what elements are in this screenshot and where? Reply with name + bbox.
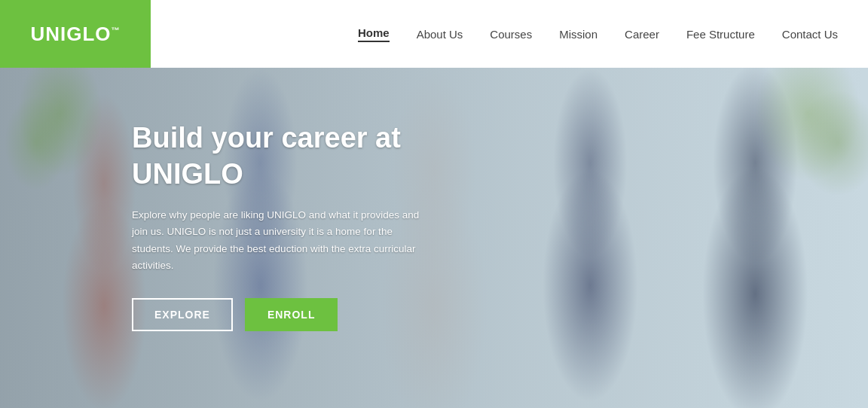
navbar: UNIGLO™ Home About Us Courses Mission Ca… <box>0 0 868 68</box>
nav-courses[interactable]: Courses <box>490 28 532 41</box>
tree-left-decoration <box>0 68 121 218</box>
explore-button[interactable]: EXPLORE <box>132 298 233 331</box>
nav-contact-us[interactable]: Contact Us <box>782 28 838 41</box>
nav-about-us[interactable]: About Us <box>417 28 463 41</box>
brand-logo: UNIGLO™ <box>30 23 120 46</box>
hero-subtitle: Explore why people are liking UNIGLO and… <box>132 207 433 274</box>
logo-block: UNIGLO™ <box>0 0 151 68</box>
nav-career[interactable]: Career <box>625 28 659 41</box>
enroll-button[interactable]: ENROLL <box>245 298 338 331</box>
nav-links: Home About Us Courses Mission Career Fee… <box>358 26 868 42</box>
nav-fee-structure[interactable]: Fee Structure <box>686 28 755 41</box>
hero-content: Build your career at UNIGLO Explore why … <box>132 120 448 331</box>
nav-home[interactable]: Home <box>358 26 390 42</box>
hero-title: Build your career at UNIGLO <box>132 120 448 192</box>
hero-section: UNIGLO™ Home About Us Courses Mission Ca… <box>0 0 868 408</box>
tree-right-decoration <box>717 68 868 218</box>
nav-mission[interactable]: Mission <box>559 28 598 41</box>
hero-buttons: EXPLORE ENROLL <box>132 298 448 331</box>
